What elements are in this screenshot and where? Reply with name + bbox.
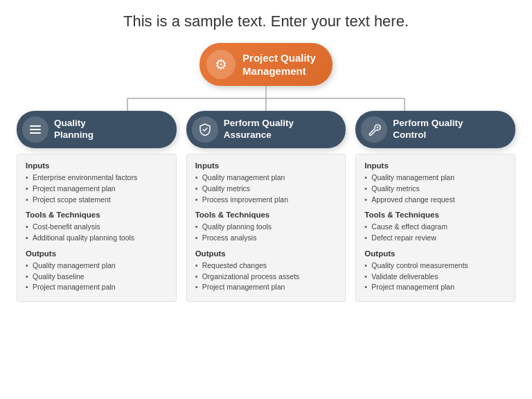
list-item: Additional quality planning tools (26, 233, 168, 244)
bullet-list-quality-planning-1: Cost-benefit analysisAdditional quality … (26, 222, 168, 244)
col-header-label-perform-quality-assurance: Perform QualityAssurance (224, 118, 294, 141)
list-item: Project management plan (195, 282, 337, 293)
list-item: Approved change request (364, 195, 506, 206)
col-body-quality-planning: InputsEnterprise environmental factorsPr… (17, 154, 177, 302)
connector-lines (58, 86, 474, 111)
list-item: Process analysis (195, 233, 337, 244)
bullet-list-perform-quality-assurance-0: Quality management planQuality metricsPr… (195, 172, 337, 205)
gear-icon: ⚙ (206, 50, 236, 79)
bullet-list-perform-quality-assurance-1: Quality planning toolsProcess analysis (195, 222, 337, 244)
column-perform-quality-assurance: Perform QualityAssuranceInputsQuality ma… (186, 111, 346, 302)
section-title-quality-planning-0: Inputs (26, 161, 168, 170)
col-header-icon-1 (192, 116, 218, 143)
col-body-perform-quality-assurance: InputsQuality management planQuality met… (186, 154, 346, 302)
section-title-perform-quality-assurance-0: Inputs (195, 161, 337, 170)
col-header-icon-2 (361, 116, 387, 143)
list-item: Quality planning tools (195, 222, 337, 233)
page-wrapper: This is a sample text. Enter your text h… (0, 0, 532, 399)
bullet-list-quality-planning-0: Enterprise environmental factorsProject … (26, 172, 168, 205)
list-item: Project management paln (26, 282, 168, 293)
bullet-list-perform-quality-control-1: Cause & effect diagramDefect repair revi… (364, 222, 506, 244)
list-item: Cost-benefit analysis (26, 222, 168, 233)
svg-rect-7 (30, 132, 41, 134)
list-item: Quality management plan (364, 172, 506, 184)
list-item: Project scope statement (26, 195, 168, 206)
list-item: Cause & effect diagram (364, 222, 506, 233)
svg-rect-8 (30, 125, 32, 127)
list-item: Quality management plan (195, 172, 337, 184)
list-item: Process improvement plan (195, 195, 337, 206)
list-item: Project management plan (364, 282, 506, 293)
section-title-perform-quality-control-2: Outputs (364, 249, 506, 258)
svg-point-9 (377, 127, 379, 129)
column-quality-planning: QualityPlanningInputsEnterprise environm… (17, 111, 177, 302)
columns-row: QualityPlanningInputsEnterprise environm… (17, 111, 515, 302)
list-item: Quality metrics (195, 184, 337, 195)
list-item: Quality baseline (26, 272, 168, 283)
col-body-perform-quality-control: InputsQuality management planQuality met… (355, 154, 515, 302)
list-item: Quality management plan (26, 260, 168, 272)
bullet-list-perform-quality-assurance-2: Requested changesOrganizational process … (195, 260, 337, 293)
section-title-perform-quality-assurance-1: Tools & Techniques (195, 211, 337, 219)
list-item: Quality metrics (364, 184, 506, 195)
list-item: Quality control measurements (364, 260, 506, 272)
list-item: Validate deliverables (364, 272, 506, 283)
section-title-perform-quality-assurance-2: Outputs (195, 249, 337, 258)
section-title-quality-planning-1: Tools & Techniques (26, 211, 168, 219)
bullet-list-quality-planning-2: Quality management planQuality baselineP… (26, 260, 168, 293)
bullet-list-perform-quality-control-2: Quality control measurementsValidate del… (364, 260, 506, 293)
section-title-quality-planning-2: Outputs (26, 249, 168, 258)
list-item: Enterprise environmental factors (26, 172, 168, 184)
section-title-perform-quality-control-0: Inputs (364, 161, 506, 170)
section-title-perform-quality-control-1: Tools & Techniques (364, 211, 506, 219)
top-node-label: Project Quality Management (242, 51, 316, 78)
col-header-quality-planning: QualityPlanning (17, 111, 177, 148)
col-header-label-perform-quality-control: Perform QualityControl (393, 118, 463, 141)
col-header-label-quality-planning: QualityPlanning (54, 118, 94, 141)
column-perform-quality-control: Perform QualityControlInputsQuality mana… (355, 111, 515, 302)
sample-text: This is a sample text. Enter your text h… (17, 12, 515, 30)
col-header-icon-0 (22, 116, 48, 143)
list-item: Defect repair review (364, 233, 506, 244)
svg-rect-6 (30, 129, 41, 130)
top-node-wrapper: ⚙ Project Quality Management (58, 43, 474, 111)
list-item: Project management plan (26, 184, 168, 195)
list-item: Requested changes (195, 260, 337, 272)
list-item: Organizational process assets (195, 272, 337, 283)
top-node: ⚙ Project Quality Management (200, 43, 332, 86)
col-header-perform-quality-control: Perform QualityControl (355, 111, 515, 148)
bullet-list-perform-quality-control-0: Quality management planQuality metricsAp… (364, 172, 506, 205)
col-header-perform-quality-assurance: Perform QualityAssurance (186, 111, 346, 148)
